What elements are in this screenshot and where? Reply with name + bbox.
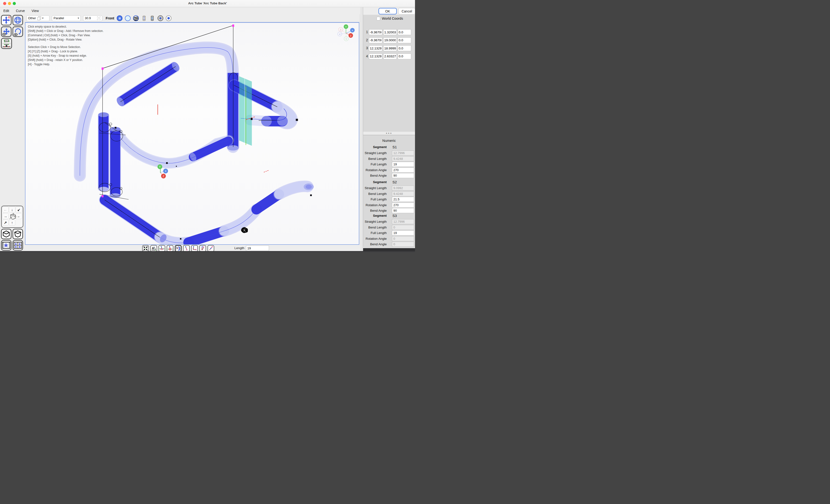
field-label: Full Length	[371, 231, 387, 235]
shaded-with-edges-icon[interactable]	[117, 15, 123, 21]
field-label: Full Length	[371, 198, 387, 201]
nav-down-button[interactable]: ↓	[9, 207, 15, 213]
point-2-y-input[interactable]	[383, 37, 397, 43]
projection-dropdown[interactable]: Parallel ▾	[52, 15, 81, 21]
help-line: Click empty space to deselect.	[28, 25, 103, 29]
s2-rotation-input[interactable]	[392, 203, 414, 208]
s3-full-input[interactable]	[392, 230, 414, 235]
angle-a-button[interactable]: A	[150, 245, 157, 252]
help-line: [Shift] (hold) + Click or Drag - Add / R…	[28, 29, 103, 33]
center-point-icon[interactable]	[166, 15, 171, 21]
nav-right-button[interactable]: →	[2, 213, 9, 219]
tube-frame-icon[interactable]	[141, 15, 147, 21]
move-selection-button[interactable]	[1, 15, 11, 26]
midpoint-diamond-button[interactable]	[167, 245, 173, 252]
field-label: Bend Length	[368, 226, 387, 229]
s1-full-input[interactable]	[392, 162, 414, 167]
eye-icon	[2, 33, 6, 36]
corner-angle-button[interactable]	[191, 245, 198, 252]
svg-text:X: X	[339, 33, 341, 36]
point-number: 1	[364, 30, 368, 34]
iso-view-2-button[interactable]	[12, 229, 23, 239]
segment-endpoints-button[interactable]	[183, 245, 190, 252]
point-number: 4	[364, 54, 368, 58]
handle-point	[102, 67, 103, 70]
point-2-z-input[interactable]	[398, 37, 411, 43]
nav-cube-icon[interactable]	[8, 212, 17, 221]
point-4-x-input[interactable]	[369, 54, 382, 59]
world-coords-checkbox[interactable]	[377, 17, 380, 21]
quad-star-icon	[14, 242, 22, 249]
chevron-down-icon: ▾	[42, 16, 44, 20]
single-star-icon	[2, 242, 10, 249]
svg-text:Y: Y	[345, 38, 347, 40]
zoom-level-field[interactable]: 30.9	[83, 15, 102, 21]
arc-tangent-button[interactable]	[175, 245, 182, 252]
point-3-x-input[interactable]	[369, 45, 382, 51]
viewport-3d[interactable]: Y X Z Y X Z Z X Y Click empty space to d…	[25, 22, 359, 245]
ok-button[interactable]: OK	[379, 8, 397, 14]
cancel-button[interactable]: Cancel	[398, 8, 415, 14]
single-view-button[interactable]	[1, 240, 11, 250]
numeric-row: Straight Length	[363, 150, 415, 156]
point-3-z-input[interactable]	[398, 45, 411, 51]
point-3-y-input[interactable]	[383, 45, 397, 51]
project-curve-button[interactable]	[1, 38, 12, 49]
field-label: Bend Angle	[370, 174, 387, 177]
iso-view-1-button[interactable]	[1, 229, 11, 239]
globe-view-button[interactable]	[12, 15, 23, 26]
line-segment-button[interactable]	[208, 245, 214, 252]
point-1-z-input[interactable]	[398, 29, 411, 35]
quad-view-button[interactable]	[12, 240, 23, 250]
tube-shaded-icon[interactable]	[149, 15, 155, 21]
s2-straight-input	[392, 186, 414, 191]
numeric-row: Rotation Angle	[363, 203, 415, 208]
point-4-y-input[interactable]	[383, 54, 397, 59]
point-1-x-input[interactable]	[369, 29, 382, 35]
selection-plane	[239, 76, 252, 146]
rotate-view-button[interactable]	[12, 26, 23, 37]
point-4-z-input[interactable]	[398, 54, 411, 59]
app-window: Arc Tube 'Arc Tube Back' Edit Curve View	[0, 0, 415, 252]
s2-bend_angle-input[interactable]	[392, 208, 414, 213]
point-2-x-input[interactable]	[369, 37, 382, 43]
environment-pattern-icon[interactable]	[158, 15, 163, 21]
s1-rotation-input[interactable]	[392, 168, 414, 173]
projection-dropdown-value: Parallel	[54, 16, 64, 20]
point-number: 2	[364, 38, 368, 42]
field-label: Straight Length	[364, 186, 387, 190]
length-input[interactable]	[246, 245, 269, 251]
field-label: Rotation Angle	[365, 237, 387, 240]
menu-curve[interactable]: Curve	[16, 9, 25, 13]
bottom-toolbar: A	[25, 245, 360, 251]
globe-icon	[14, 16, 22, 24]
panel-splitter-handle[interactable]: ●●●	[363, 132, 415, 135]
s1-bend_angle-input[interactable]	[392, 173, 414, 178]
fork-lines-button[interactable]	[199, 245, 206, 252]
s2-full-input[interactable]	[392, 197, 414, 202]
numeric-row: Bend Angle	[363, 242, 415, 247]
numeric-row: Bend Angle	[363, 208, 415, 213]
help-line: [S] (hold) + Arrow Key - Snap to nearest…	[28, 54, 103, 58]
menu-view[interactable]: View	[31, 9, 39, 13]
nav-left2-button[interactable]: ←	[15, 213, 22, 219]
segment-label: Segment	[373, 145, 387, 149]
rotate-eye-icon	[14, 28, 22, 36]
help-line: [Shift] (hold) + Drag - retain X or Y po…	[28, 58, 103, 62]
numeric-row: Rotation Angle	[363, 168, 415, 173]
zebra-stripes-icon[interactable]	[133, 15, 139, 21]
shape-dropdown[interactable]: Other ▾	[26, 15, 50, 21]
nav-up-right-button[interactable]: ↗	[2, 220, 9, 226]
intersection-snap-button[interactable]	[159, 245, 165, 252]
collapse-points-button[interactable]	[142, 245, 149, 252]
menu-edit[interactable]: Edit	[3, 9, 9, 13]
pan-eye-icon	[2, 28, 10, 36]
shape-dropdown-value: Other	[28, 16, 36, 20]
point-1-y-input[interactable]	[383, 29, 397, 35]
svg-text:Z: Z	[340, 28, 342, 31]
nav-down-left-button[interactable]: ↙	[15, 207, 22, 213]
nav-left-button[interactable]: ←	[2, 207, 9, 213]
pan-view-button[interactable]	[1, 26, 11, 37]
field-label: Rotation Angle	[365, 203, 387, 207]
hidden-line-icon[interactable]	[125, 15, 131, 21]
